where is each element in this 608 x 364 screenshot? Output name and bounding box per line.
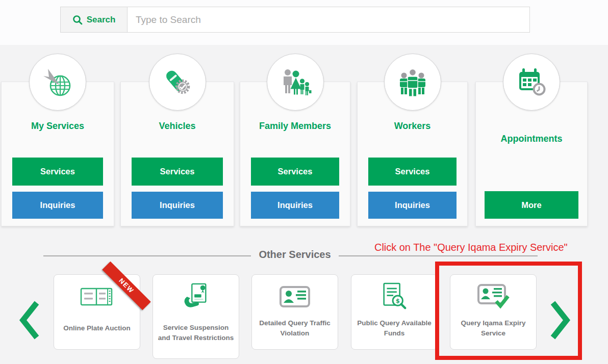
service-label: Online Plate Auction bbox=[59, 311, 135, 349]
category-card-vehicles: Vehicles Services Inquiries bbox=[120, 82, 234, 226]
chevron-left-icon bbox=[18, 300, 41, 340]
hand-document-icon bbox=[182, 282, 210, 311]
inquiries-button[interactable]: Inquiries bbox=[132, 192, 223, 219]
document-search-dollar-icon: $ bbox=[381, 282, 408, 311]
category-title: My Services bbox=[2, 121, 114, 132]
category-icon-circle bbox=[29, 54, 86, 111]
service-label: Public Query Available Funds bbox=[351, 311, 437, 349]
chevron-right-icon bbox=[549, 300, 571, 340]
service-label: Query Iqama Expiry Service bbox=[450, 311, 536, 349]
category-icon-circle bbox=[503, 54, 560, 111]
calendar-clock-icon bbox=[515, 66, 548, 98]
services-button[interactable]: Services bbox=[132, 158, 223, 186]
search-button-label: Search bbox=[87, 15, 116, 25]
category-card-my-services: My Services Services Inquiries bbox=[1, 82, 114, 226]
category-title: Appointments bbox=[476, 134, 587, 144]
service-card-detailed-query-traffic-violation[interactable]: Detailed Query Traffic Violation bbox=[251, 274, 338, 350]
search-button[interactable]: Search bbox=[61, 7, 128, 32]
workers-icon bbox=[396, 66, 429, 98]
magnifier-icon bbox=[72, 15, 83, 25]
category-card-workers: Workers Services Inquiries bbox=[357, 82, 468, 226]
services-button[interactable]: Services bbox=[12, 158, 103, 186]
service-label: Service Suspension and Travel Restrictio… bbox=[153, 311, 239, 358]
globe-cursor-icon bbox=[42, 66, 73, 98]
id-card-check-icon bbox=[477, 283, 510, 310]
annotation-text: Click on The "Query Iqama Expiry Service… bbox=[374, 241, 568, 253]
services-button[interactable]: Services bbox=[368, 158, 457, 186]
license-plate-icon bbox=[80, 287, 114, 307]
carousel-prev-button[interactable] bbox=[18, 300, 41, 340]
service-icon-box bbox=[279, 282, 311, 311]
inquiries-button[interactable]: Inquiries bbox=[12, 192, 103, 219]
service-icon-box bbox=[182, 282, 210, 311]
more-button[interactable]: More bbox=[485, 191, 578, 219]
svg-text:$: $ bbox=[396, 297, 400, 304]
service-card-query-iqama-expiry-service[interactable]: Query Iqama Expiry Service bbox=[450, 274, 537, 350]
service-card-service-suspension[interactable]: Service Suspension and Travel Restrictio… bbox=[153, 274, 239, 359]
category-title: Workers bbox=[358, 121, 467, 132]
search-bar: Search bbox=[60, 7, 530, 33]
service-label: Detailed Query Traffic Violation bbox=[252, 311, 338, 349]
category-icon-circle bbox=[384, 54, 441, 111]
service-card-online-plate-auction[interactable]: Online Plate Auction NEW bbox=[54, 274, 140, 350]
category-card-family-members: Family Members Services Inquiries bbox=[240, 82, 350, 226]
services-button[interactable]: Services bbox=[251, 158, 339, 186]
id-card-icon bbox=[279, 285, 311, 308]
service-icon-box bbox=[80, 282, 114, 311]
search-input[interactable] bbox=[128, 7, 529, 32]
category-title: Vehicles bbox=[121, 121, 234, 132]
category-icon-circle bbox=[149, 54, 206, 111]
category-title: Family Members bbox=[240, 121, 350, 132]
service-icon-box: $ bbox=[381, 282, 408, 311]
category-card-appointments: Appointments More bbox=[475, 82, 588, 226]
car-check-icon bbox=[162, 66, 193, 98]
carousel-next-button[interactable] bbox=[549, 300, 571, 340]
category-icon-circle bbox=[267, 54, 324, 111]
family-icon bbox=[279, 66, 312, 98]
inquiries-button[interactable]: Inquiries bbox=[368, 192, 457, 219]
inquiries-button[interactable]: Inquiries bbox=[251, 192, 339, 219]
service-card-public-query-available-funds[interactable]: $ Public Query Available Funds bbox=[351, 274, 438, 350]
service-icon-box bbox=[477, 282, 510, 311]
